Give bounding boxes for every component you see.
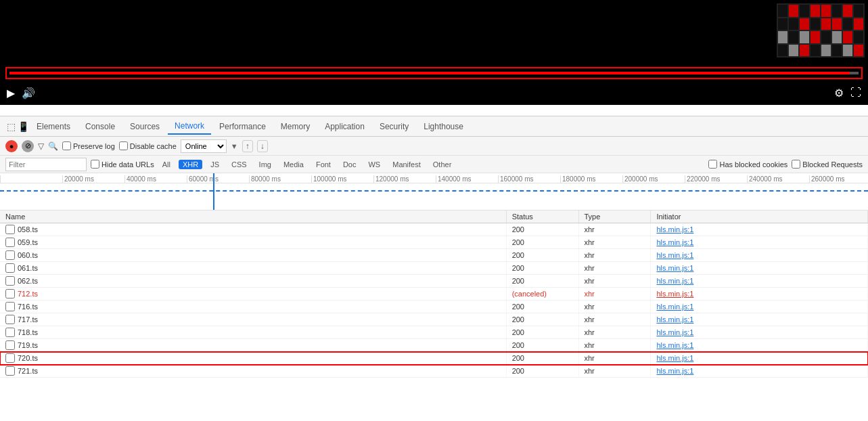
initiator-link[interactable]: hls.min.js:1	[656, 225, 693, 234]
hide-data-urls-checkbox[interactable]	[91, 160, 99, 169]
tab-security[interactable]: Security	[373, 119, 415, 134]
tab-elements[interactable]: Elements	[30, 119, 77, 134]
tab-sources[interactable]: Sources	[123, 119, 166, 134]
table-row[interactable]: 718.ts200xhrhls.min.js:1	[0, 326, 868, 339]
filter-all[interactable]: All	[158, 160, 175, 169]
has-blocked-cookies-label[interactable]: Has blocked cookies	[708, 160, 787, 169]
th-status[interactable]: Status	[506, 210, 578, 223]
blocked-requests-label[interactable]: Blocked Requests	[792, 160, 863, 169]
cell-initiator[interactable]: hls.min.js:1	[651, 326, 868, 339]
initiator-link[interactable]: hls.min.js:1	[656, 315, 693, 324]
disable-cache-checkbox[interactable]	[119, 141, 128, 150]
cell-initiator[interactable]: hls.min.js:1	[651, 236, 868, 249]
table-row[interactable]: 721.ts200xhrhls.min.js:1	[0, 365, 868, 378]
filter-icon[interactable]: ▽	[38, 141, 44, 151]
initiator-link[interactable]: hls.min.js:1	[656, 290, 693, 298]
filter-input[interactable]	[5, 158, 87, 171]
filter-js[interactable]: JS	[206, 160, 223, 169]
search-icon[interactable]: 🔍	[48, 141, 58, 151]
row-checkbox[interactable]	[5, 250, 15, 260]
table-row[interactable]: 717.ts200xhrhls.min.js:1	[0, 313, 868, 326]
stop-button[interactable]: ⊘	[22, 140, 34, 152]
table-row[interactable]: 059.ts200xhrhls.min.js:1	[0, 236, 868, 249]
throttle-select[interactable]: Online Fast 3G Slow 3G Offline	[181, 139, 227, 153]
row-checkbox[interactable]	[5, 289, 15, 298]
initiator-link[interactable]: hls.min.js:1	[656, 238, 693, 246]
filter-media[interactable]: Media	[279, 160, 308, 169]
initiator-link[interactable]: hls.min.js:1	[656, 264, 693, 272]
initiator-link[interactable]: hls.min.js:1	[656, 251, 693, 259]
fullscreen-button[interactable]: ⛶	[850, 87, 861, 99]
tab-application[interactable]: Application	[318, 119, 371, 134]
progress-container[interactable]	[5, 67, 863, 79]
tab-performance[interactable]: Performance	[212, 119, 273, 134]
table-row[interactable]: 719.ts200xhrhls.min.js:1	[0, 339, 868, 352]
tab-network[interactable]: Network	[168, 118, 211, 135]
cell-initiator[interactable]: hls.min.js:1	[651, 352, 868, 365]
record-button[interactable]: ●	[5, 140, 18, 152]
table-row[interactable]: 720.ts200xhrhls.min.js:1	[0, 352, 868, 365]
row-checkbox[interactable]	[5, 263, 15, 273]
table-row[interactable]: 060.ts200xhrhls.min.js:1	[0, 249, 868, 262]
initiator-link[interactable]: hls.min.js:1	[656, 277, 693, 285]
blocked-requests-checkbox[interactable]	[792, 160, 800, 169]
row-checkbox[interactable]	[5, 340, 15, 350]
cell-initiator[interactable]: hls.min.js:1	[651, 313, 868, 326]
th-initiator[interactable]: Initiator	[651, 210, 868, 223]
settings-button[interactable]: ⚙	[834, 87, 844, 99]
table-row[interactable]: 061.ts200xhrhls.min.js:1	[0, 262, 868, 275]
initiator-link[interactable]: hls.min.js:1	[656, 367, 693, 375]
cell-initiator[interactable]: hls.min.js:1	[651, 223, 868, 236]
cell-initiator[interactable]: hls.min.js:1	[651, 365, 868, 378]
cell-initiator[interactable]: hls.min.js:1	[651, 262, 868, 275]
device-icon[interactable]: 📱	[18, 121, 28, 132]
row-checkbox[interactable]	[5, 302, 15, 311]
cell-initiator[interactable]: hls.min.js:1	[651, 339, 868, 352]
inspect-icon[interactable]: ⬚	[5, 121, 16, 132]
play-button[interactable]: ▶	[7, 87, 15, 99]
cell-initiator[interactable]: hls.min.js:1	[651, 301, 868, 313]
tab-memory[interactable]: Memory	[274, 119, 317, 134]
th-name[interactable]: Name	[0, 210, 506, 223]
row-checkbox[interactable]	[5, 366, 15, 376]
volume-button[interactable]: 🔊	[22, 87, 35, 99]
import-button[interactable]: ↑	[242, 140, 253, 152]
table-row[interactable]: 062.ts200xhrhls.min.js:1	[0, 275, 868, 288]
cell-initiator[interactable]: hls.min.js:1	[651, 288, 868, 301]
disable-cache-label[interactable]: Disable cache	[119, 141, 177, 150]
initiator-link[interactable]: hls.min.js:1	[656, 354, 693, 362]
timeline[interactable]: 20000 ms 40000 ms 60000 ms 80000 ms 1000…	[0, 173, 868, 210]
filter-xhr[interactable]: XHR	[179, 160, 202, 169]
tab-lighthouse[interactable]: Lighthouse	[417, 119, 470, 134]
row-checkbox[interactable]	[5, 276, 15, 286]
filter-ws[interactable]: WS	[364, 160, 384, 169]
cell-initiator[interactable]: hls.min.js:1	[651, 249, 868, 262]
preserve-log-checkbox[interactable]	[62, 141, 71, 150]
table-row[interactable]: 712.ts(canceled)xhrhls.min.js:1	[0, 288, 868, 301]
row-checkbox[interactable]	[5, 315, 15, 324]
hide-data-urls-label[interactable]: Hide data URLs	[91, 160, 154, 169]
tab-console[interactable]: Console	[78, 119, 122, 134]
filter-css[interactable]: CSS	[227, 160, 251, 169]
initiator-link[interactable]: hls.min.js:1	[656, 303, 693, 311]
filter-doc[interactable]: Doc	[339, 160, 361, 169]
network-table-container[interactable]: Name Status Type Initiator 058.ts200xhrh…	[0, 210, 868, 407]
initiator-link[interactable]: hls.min.js:1	[656, 328, 693, 336]
filter-other[interactable]: Other	[429, 160, 456, 169]
row-checkbox[interactable]	[5, 353, 15, 363]
initiator-link[interactable]: hls.min.js:1	[656, 341, 693, 349]
row-checkbox[interactable]	[5, 328, 15, 337]
cell-initiator[interactable]: hls.min.js:1	[651, 275, 868, 288]
preserve-log-label[interactable]: Preserve log	[62, 141, 115, 150]
cell-type: xhr	[578, 365, 651, 378]
filter-img[interactable]: Img	[255, 160, 275, 169]
th-type[interactable]: Type	[578, 210, 651, 223]
table-row[interactable]: 058.ts200xhrhls.min.js:1	[0, 223, 868, 236]
row-checkbox[interactable]	[5, 225, 15, 234]
table-row[interactable]: 716.ts200xhrhls.min.js:1	[0, 301, 868, 313]
row-checkbox[interactable]	[5, 238, 15, 247]
export-button[interactable]: ↓	[257, 140, 268, 152]
filter-manifest[interactable]: Manifest	[388, 160, 425, 169]
filter-font[interactable]: Font	[312, 160, 335, 169]
has-blocked-cookies-checkbox[interactable]	[708, 160, 717, 169]
